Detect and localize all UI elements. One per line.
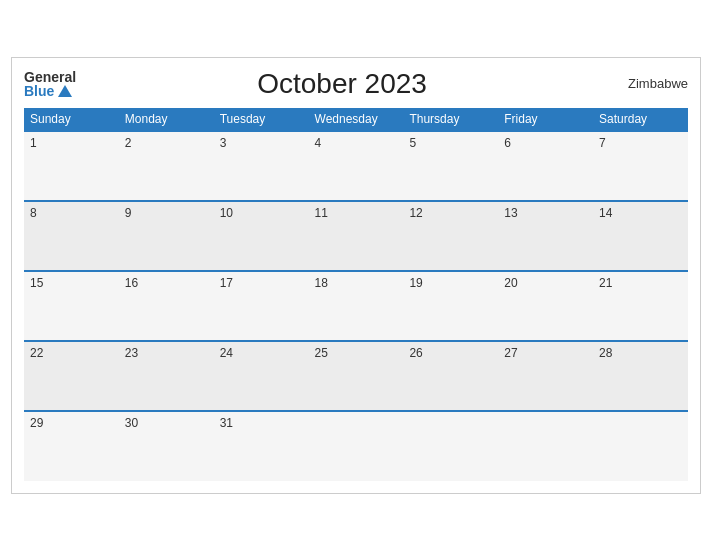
day-number: 16 xyxy=(125,276,138,290)
calendar-container: General Blue October 2023 Zimbabwe Sunda… xyxy=(11,57,701,494)
day-number: 9 xyxy=(125,206,132,220)
calendar-day-cell: 31 xyxy=(214,411,309,481)
day-number: 4 xyxy=(315,136,322,150)
calendar-day-cell: 3 xyxy=(214,131,309,201)
day-number: 17 xyxy=(220,276,233,290)
day-number: 7 xyxy=(599,136,606,150)
day-number: 3 xyxy=(220,136,227,150)
calendar-day-cell: 27 xyxy=(498,341,593,411)
day-number: 2 xyxy=(125,136,132,150)
calendar-day-cell xyxy=(498,411,593,481)
weekday-header: Friday xyxy=(498,108,593,131)
calendar-day-cell: 15 xyxy=(24,271,119,341)
calendar-day-cell: 26 xyxy=(403,341,498,411)
country-label: Zimbabwe xyxy=(608,76,688,91)
weekday-header: Monday xyxy=(119,108,214,131)
day-number: 18 xyxy=(315,276,328,290)
logo: General Blue xyxy=(24,70,76,98)
day-number: 8 xyxy=(30,206,37,220)
calendar-day-cell: 8 xyxy=(24,201,119,271)
day-number: 15 xyxy=(30,276,43,290)
day-number: 31 xyxy=(220,416,233,430)
logo-triangle-icon xyxy=(58,85,72,97)
day-number: 25 xyxy=(315,346,328,360)
calendar-day-cell: 25 xyxy=(309,341,404,411)
day-number: 12 xyxy=(409,206,422,220)
calendar-header-row: SundayMondayTuesdayWednesdayThursdayFrid… xyxy=(24,108,688,131)
calendar-day-cell xyxy=(309,411,404,481)
calendar-week-row: 15161718192021 xyxy=(24,271,688,341)
calendar-day-cell: 13 xyxy=(498,201,593,271)
weekday-header: Sunday xyxy=(24,108,119,131)
calendar-day-cell: 24 xyxy=(214,341,309,411)
day-number: 27 xyxy=(504,346,517,360)
day-number: 14 xyxy=(599,206,612,220)
calendar-table: SundayMondayTuesdayWednesdayThursdayFrid… xyxy=(24,108,688,481)
calendar-day-cell: 23 xyxy=(119,341,214,411)
day-number: 26 xyxy=(409,346,422,360)
calendar-day-cell: 20 xyxy=(498,271,593,341)
weekday-header: Saturday xyxy=(593,108,688,131)
logo-blue-text: Blue xyxy=(24,84,76,98)
day-number: 23 xyxy=(125,346,138,360)
calendar-day-cell: 19 xyxy=(403,271,498,341)
weekday-header: Wednesday xyxy=(309,108,404,131)
logo-general-text: General xyxy=(24,70,76,84)
day-number: 20 xyxy=(504,276,517,290)
weekday-header: Tuesday xyxy=(214,108,309,131)
day-number: 5 xyxy=(409,136,416,150)
calendar-title: October 2023 xyxy=(76,68,608,100)
calendar-week-row: 1234567 xyxy=(24,131,688,201)
calendar-day-cell: 16 xyxy=(119,271,214,341)
calendar-day-cell: 9 xyxy=(119,201,214,271)
calendar-day-cell: 29 xyxy=(24,411,119,481)
calendar-day-cell: 6 xyxy=(498,131,593,201)
calendar-day-cell: 22 xyxy=(24,341,119,411)
day-number: 6 xyxy=(504,136,511,150)
calendar-header: General Blue October 2023 Zimbabwe xyxy=(24,68,688,100)
calendar-day-cell xyxy=(593,411,688,481)
calendar-body: 1234567891011121314151617181920212223242… xyxy=(24,131,688,481)
calendar-day-cell: 1 xyxy=(24,131,119,201)
calendar-week-row: 293031 xyxy=(24,411,688,481)
day-number: 30 xyxy=(125,416,138,430)
calendar-day-cell: 7 xyxy=(593,131,688,201)
day-number: 29 xyxy=(30,416,43,430)
day-number: 22 xyxy=(30,346,43,360)
weekday-row: SundayMondayTuesdayWednesdayThursdayFrid… xyxy=(24,108,688,131)
calendar-day-cell: 10 xyxy=(214,201,309,271)
calendar-day-cell: 12 xyxy=(403,201,498,271)
calendar-day-cell: 11 xyxy=(309,201,404,271)
calendar-day-cell: 14 xyxy=(593,201,688,271)
day-number: 24 xyxy=(220,346,233,360)
day-number: 13 xyxy=(504,206,517,220)
calendar-day-cell xyxy=(403,411,498,481)
calendar-day-cell: 30 xyxy=(119,411,214,481)
calendar-week-row: 22232425262728 xyxy=(24,341,688,411)
day-number: 28 xyxy=(599,346,612,360)
calendar-day-cell: 5 xyxy=(403,131,498,201)
day-number: 21 xyxy=(599,276,612,290)
calendar-week-row: 891011121314 xyxy=(24,201,688,271)
calendar-day-cell: 21 xyxy=(593,271,688,341)
calendar-day-cell: 28 xyxy=(593,341,688,411)
day-number: 10 xyxy=(220,206,233,220)
calendar-day-cell: 4 xyxy=(309,131,404,201)
calendar-day-cell: 17 xyxy=(214,271,309,341)
weekday-header: Thursday xyxy=(403,108,498,131)
calendar-day-cell: 2 xyxy=(119,131,214,201)
day-number: 11 xyxy=(315,206,328,220)
day-number: 19 xyxy=(409,276,422,290)
calendar-day-cell: 18 xyxy=(309,271,404,341)
day-number: 1 xyxy=(30,136,37,150)
